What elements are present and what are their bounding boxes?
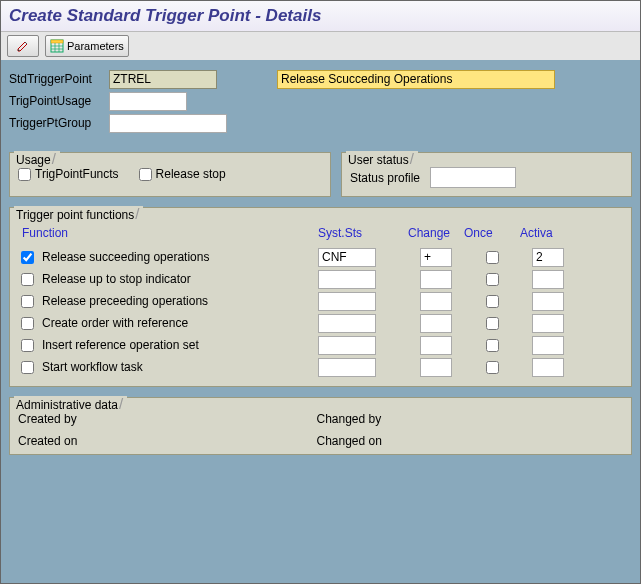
- admin-groupbox: Administrative data / Created by Changed…: [9, 397, 632, 455]
- svg-rect-1: [51, 40, 63, 43]
- function-name: Insert reference operation set: [38, 338, 318, 352]
- created-by-label: Created by: [18, 412, 118, 426]
- overview-icon: [50, 39, 64, 53]
- page-title: Create Standard Trigger Point - Details: [9, 6, 321, 26]
- change-input[interactable]: [420, 314, 452, 333]
- once-checkbox[interactable]: [486, 295, 499, 308]
- change-input[interactable]: [420, 358, 452, 377]
- title-bar: Create Standard Trigger Point - Details: [1, 1, 640, 32]
- std-trigger-input[interactable]: [109, 70, 217, 89]
- parameters-button-label: Parameters: [67, 40, 124, 52]
- trig-usage-input[interactable]: [109, 92, 187, 111]
- toolbar: Parameters: [1, 32, 640, 61]
- syststs-input[interactable]: [318, 248, 376, 267]
- activa-input[interactable]: [532, 292, 564, 311]
- function-row: Insert reference operation set: [18, 334, 623, 356]
- change-input[interactable]: [420, 336, 452, 355]
- created-on-label: Created on: [18, 434, 118, 448]
- created-by-value: [118, 412, 317, 426]
- col-function: Function: [18, 226, 318, 240]
- once-checkbox[interactable]: [486, 361, 499, 374]
- function-enable-checkbox[interactable]: [21, 339, 34, 352]
- usage-group-title: Usage: [16, 153, 51, 167]
- once-checkbox[interactable]: [486, 251, 499, 264]
- changed-on-value: [425, 434, 624, 448]
- description-input[interactable]: [277, 70, 555, 89]
- syststs-input[interactable]: [318, 314, 376, 333]
- activa-input[interactable]: [532, 358, 564, 377]
- function-enable-checkbox[interactable]: [21, 361, 34, 374]
- pencil-icon: [16, 39, 30, 53]
- edit-button[interactable]: [7, 35, 39, 57]
- once-checkbox[interactable]: [486, 317, 499, 330]
- releasestop-checkbox[interactable]: Release stop: [139, 167, 226, 181]
- trigpointfuncts-checkbox[interactable]: TrigPointFuncts: [18, 167, 119, 181]
- function-enable-checkbox[interactable]: [21, 273, 34, 286]
- function-row: Release succeeding operations: [18, 246, 623, 268]
- group-divider-icon: /: [119, 395, 123, 412]
- col-activa: Activa: [520, 226, 576, 240]
- col-once: Once: [464, 226, 520, 240]
- changed-on-label: Changed on: [317, 434, 425, 448]
- change-input[interactable]: [420, 292, 452, 311]
- function-row: Release up to stop indicator: [18, 268, 623, 290]
- trig-group-input[interactable]: [109, 114, 227, 133]
- parameters-button[interactable]: Parameters: [45, 35, 129, 57]
- function-name: Start workflow task: [38, 360, 318, 374]
- col-syssts: Syst.Sts: [318, 226, 408, 240]
- function-name: Release succeeding operations: [38, 250, 318, 264]
- trig-group-label: TriggerPtGroup: [9, 116, 109, 130]
- userstatus-groupbox: User status / Status profile: [341, 152, 632, 197]
- function-row: Start workflow task: [18, 356, 623, 378]
- function-row: Release preceeding operations: [18, 290, 623, 312]
- header-fields: StdTriggerPoint TrigPointUsage TriggerPt…: [9, 68, 632, 134]
- function-enable-checkbox[interactable]: [21, 317, 34, 330]
- std-trigger-label: StdTriggerPoint: [9, 72, 109, 86]
- trig-usage-label: TrigPointUsage: [9, 94, 109, 108]
- syststs-input[interactable]: [318, 292, 376, 311]
- syststs-input[interactable]: [318, 358, 376, 377]
- activa-input[interactable]: [532, 270, 564, 289]
- activa-input[interactable]: [532, 336, 564, 355]
- status-profile-input[interactable]: [430, 167, 516, 188]
- once-checkbox[interactable]: [486, 339, 499, 352]
- work-area: StdTriggerPoint TrigPointUsage TriggerPt…: [1, 60, 640, 583]
- change-input[interactable]: [420, 270, 452, 289]
- group-divider-icon: /: [135, 205, 139, 222]
- usage-groupbox: Usage / TrigPointFuncts Release stop: [9, 152, 331, 197]
- syststs-input[interactable]: [318, 336, 376, 355]
- functions-groupbox: Trigger point functions / Function Syst.…: [9, 207, 632, 387]
- changed-by-label: Changed by: [317, 412, 425, 426]
- function-name: Release preceeding operations: [38, 294, 318, 308]
- functions-group-title: Trigger point functions: [16, 208, 134, 222]
- syststs-input[interactable]: [318, 270, 376, 289]
- functions-header: Function Syst.Sts Change Once Activa: [18, 222, 623, 244]
- function-enable-checkbox[interactable]: [21, 251, 34, 264]
- activa-input[interactable]: [532, 314, 564, 333]
- col-change: Change: [408, 226, 464, 240]
- once-checkbox[interactable]: [486, 273, 499, 286]
- change-input[interactable]: [420, 248, 452, 267]
- userstatus-group-title: User status: [348, 153, 409, 167]
- group-divider-icon: /: [52, 150, 56, 167]
- changed-by-value: [425, 412, 624, 426]
- activa-input[interactable]: [532, 248, 564, 267]
- status-profile-label: Status profile: [350, 171, 420, 185]
- app-window: Create Standard Trigger Point - Details: [0, 0, 641, 584]
- function-enable-checkbox[interactable]: [21, 295, 34, 308]
- function-row: Create order with reference: [18, 312, 623, 334]
- function-name: Release up to stop indicator: [38, 272, 318, 286]
- function-name: Create order with reference: [38, 316, 318, 330]
- created-on-value: [118, 434, 317, 448]
- admin-group-title: Administrative data: [16, 398, 118, 412]
- group-divider-icon: /: [410, 150, 414, 167]
